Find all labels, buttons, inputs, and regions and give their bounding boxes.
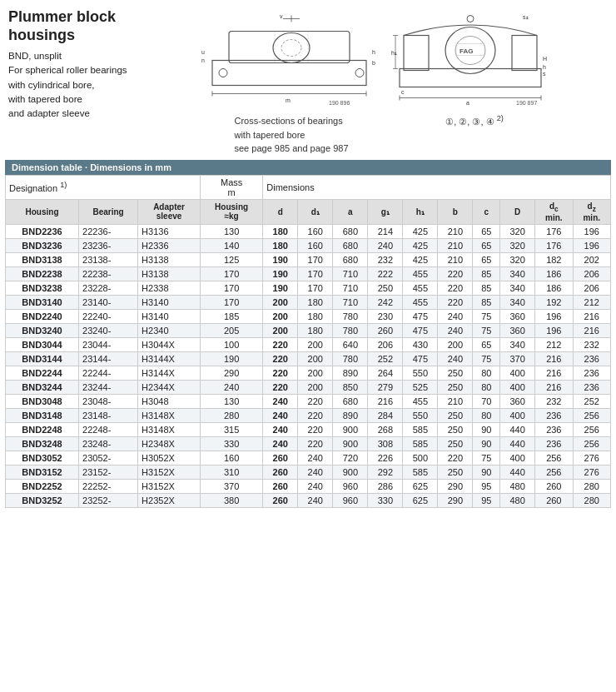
dim-value: 900 — [333, 465, 368, 479]
dim-value: 252 — [573, 394, 610, 408]
dim-value: 220 — [438, 295, 473, 309]
table-row: BND323823228-H23381701901707102504552208… — [6, 281, 611, 295]
dim-value: 192 — [535, 295, 573, 309]
svg-point-5 — [281, 40, 301, 57]
dim-value: 80 — [473, 366, 500, 380]
dimensions-group-header: Dimensions — [263, 175, 611, 199]
adapter-value: H3152X — [138, 465, 201, 479]
dim-value: 585 — [403, 436, 438, 451]
subtitle-line1: BND, unsplit — [8, 49, 191, 63]
dim-value: 196 — [535, 309, 573, 323]
dim-value: 236 — [573, 366, 610, 380]
table-row: BND304823048-H30481302402206802164552107… — [6, 394, 611, 408]
dim-value: 65 — [473, 252, 500, 266]
dim-value: 240 — [438, 309, 473, 323]
svg-text:FAG: FAG — [460, 47, 473, 55]
adapter-value: H2336 — [138, 238, 201, 252]
adapter-value: H3152X — [138, 479, 201, 493]
dim-value: 90 — [473, 465, 500, 479]
dim-value: 222 — [368, 266, 403, 281]
dim-value: 75 — [473, 451, 500, 465]
dim-value: 315 — [200, 422, 262, 436]
dim-value: 232 — [573, 337, 610, 351]
diagrams-block: v u n h b m 190 896 — [200, 8, 608, 156]
dim-value: 230 — [368, 309, 403, 323]
bearing-value: 23140- — [79, 295, 138, 309]
dim-value: 268 — [368, 422, 403, 436]
dim-value: 240 — [200, 380, 262, 394]
dim-value: 455 — [403, 266, 438, 281]
dim-value: 212 — [535, 337, 573, 351]
dim-value: 250 — [438, 436, 473, 451]
dim-value: 455 — [403, 281, 438, 295]
dim-value: 220 — [298, 408, 333, 422]
dim-value: 680 — [333, 252, 368, 266]
svg-text:b: b — [372, 60, 375, 66]
dim-value: 425 — [403, 238, 438, 252]
dim-value: 380 — [200, 493, 262, 507]
adapter-value: H3144X — [138, 366, 201, 380]
dim-value: 220 — [298, 394, 333, 408]
dim-value: 200 — [298, 380, 333, 394]
dim-value: 400 — [500, 451, 535, 465]
dim-value: 160 — [298, 224, 333, 238]
housing-designation: BND3152 — [6, 465, 79, 479]
dim-value: 236 — [535, 422, 573, 436]
dim-value: 525 — [403, 380, 438, 394]
diagram1-svg: v u n h b m 190 896 — [200, 8, 383, 111]
bearing-value: 23252- — [79, 493, 138, 507]
dim-value: 196 — [535, 323, 573, 337]
table-row: BND314823148-H3148X280240220890284550250… — [6, 408, 611, 422]
page-title: Plummer block housings — [8, 8, 191, 44]
dim-value: 160 — [298, 238, 333, 252]
dim-value: 780 — [333, 351, 368, 366]
designation-group-header: Designation 1) — [6, 175, 201, 199]
dim-value: 232 — [535, 394, 573, 408]
table-row: BND223822238-H31381701901707102224552208… — [6, 266, 611, 281]
dim-value: 252 — [368, 351, 403, 366]
dim-value: 236 — [535, 408, 573, 422]
table-row: BND324823248-H2348X330240220900308585250… — [6, 436, 611, 451]
d-value: 260 — [263, 479, 298, 493]
dim-value: 170 — [200, 266, 262, 281]
d-value: 220 — [263, 380, 298, 394]
dim-value: 500 — [403, 451, 438, 465]
dim-value: 250 — [368, 281, 403, 295]
bearing-value: 23048- — [79, 394, 138, 408]
svg-rect-20 — [400, 69, 541, 87]
dim-value: 720 — [333, 451, 368, 465]
dim-value: 890 — [333, 408, 368, 422]
dim-value: 232 — [368, 252, 403, 266]
dim-value: 640 — [333, 337, 368, 351]
dim-value: 240 — [298, 493, 333, 507]
d-value: 200 — [263, 309, 298, 323]
svg-point-4 — [355, 69, 364, 77]
housing-designation: BND3240 — [6, 323, 79, 337]
svg-text:H: H — [543, 56, 547, 62]
svg-point-3 — [219, 69, 227, 77]
dim-value: 130 — [200, 224, 262, 238]
adapter-value: H2348X — [138, 436, 201, 451]
dim-value: 176 — [535, 224, 573, 238]
header-section: Plummer block housings BND, unsplit For … — [0, 0, 616, 160]
dim-value: 320 — [500, 252, 535, 266]
dim-value: 250 — [438, 465, 473, 479]
dim-value: 170 — [298, 281, 333, 295]
dim-value: 216 — [573, 309, 610, 323]
dim-value: 216 — [535, 366, 573, 380]
dim-value: 170 — [298, 252, 333, 266]
dim-value: 196 — [573, 238, 610, 252]
dim-value: 960 — [333, 493, 368, 507]
col-header-d1: d₁ — [298, 199, 333, 224]
housing-designation: BND3144 — [6, 351, 79, 366]
dim-value: 240 — [298, 465, 333, 479]
svg-text:a: a — [466, 100, 469, 106]
bearing-value: 23236- — [79, 238, 138, 252]
bearing-value: 23144- — [79, 351, 138, 366]
dim-value: 680 — [333, 224, 368, 238]
dim-value: 425 — [403, 252, 438, 266]
dim-value: 242 — [368, 295, 403, 309]
dim-value: 455 — [403, 295, 438, 309]
svg-rect-0 — [212, 61, 366, 86]
dim-value: 220 — [298, 422, 333, 436]
